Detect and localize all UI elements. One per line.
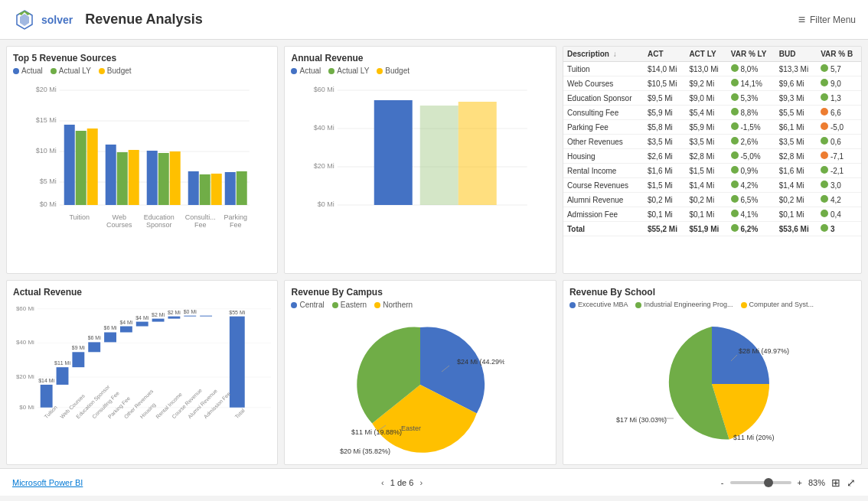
svg-text:Courses: Courses <box>106 221 132 229</box>
waterfall-chart: $60 Mi $40 Mi $20 Mi $0 Mi $14 Mi $11 Mi… <box>13 301 271 461</box>
svg-text:Consulti...: Consulti... <box>185 213 216 221</box>
school-legend: Excecutive MBA Industrial Engineering Pr… <box>569 301 855 308</box>
cell-var-ly: -5,0% <box>727 149 775 164</box>
cell-desc: Tuition <box>563 62 644 76</box>
col-bud[interactable]: BUD <box>775 47 817 62</box>
svg-rect-19 <box>147 151 158 205</box>
cell-bud: $6,1 Mi <box>775 120 817 135</box>
cell-desc: Course Revenues <box>563 178 644 193</box>
cell-act-ly: $0,1 Mi <box>685 207 726 222</box>
svg-text:$40 Mi: $40 Mi <box>16 339 34 346</box>
svg-rect-46 <box>458 102 497 205</box>
col-act-ly[interactable]: ACT LY <box>685 47 726 62</box>
cell-var-ly: 4,2% <box>727 178 775 193</box>
school-pie-container: $28 Mi (49.97%) $17 Mi (30.03%) $11 Mi (… <box>569 311 855 457</box>
svg-rect-69 <box>152 319 165 322</box>
powerbi-link[interactable]: Microsoft Power BI <box>12 478 83 487</box>
cell-var-ly: 6,2% <box>727 222 775 236</box>
svg-text:$0 Mi: $0 Mi <box>19 404 34 411</box>
cell-act-ly: $5,9 Mi <box>685 120 726 135</box>
top5-title: Top 5 Revenue Sources <box>13 53 271 63</box>
table-row: Alumni Revenue $0,2 Mi $0,2 Mi 6,5% $0,2… <box>563 193 861 207</box>
cell-desc: Other Revenues <box>563 135 644 149</box>
col-var-ly[interactable]: VAR % LY <box>727 47 775 62</box>
expand-icon[interactable]: ⤢ <box>847 477 856 489</box>
svg-text:$11 Mi: $11 Mi <box>54 360 70 366</box>
cell-act: $5,9 Mi <box>644 106 685 120</box>
legend-actual-annual: Actual <box>291 67 321 75</box>
svg-rect-75 <box>200 316 212 317</box>
table-row: Parking Fee $5,8 Mi $5,9 Mi -1,5% $6,1 M… <box>563 120 861 135</box>
cell-desc: Consulting Fee <box>563 106 644 120</box>
cell-act: $1,6 Mi <box>644 164 685 178</box>
cell-var-b: 4,2 <box>817 193 861 207</box>
annual-chart: $60 Mi $40 Mi $20 Mi $0 Mi <box>291 78 549 246</box>
cell-act-ly: $9,2 Mi <box>685 76 726 91</box>
top-row: Top 5 Revenue Sources Actual Actual LY B… <box>0 40 868 277</box>
prev-page-button[interactable]: ‹ <box>381 478 384 487</box>
svg-rect-22 <box>188 171 199 205</box>
cell-desc: Housing <box>563 149 644 164</box>
svg-text:$24 Mi (44.29%): $24 Mi (44.29%) <box>457 358 504 366</box>
svg-text:$0 Mi: $0 Mi <box>184 309 197 314</box>
table-row: Tuition $14,0 Mi $13,0 Mi 8,0% $13,3 Mi … <box>563 62 861 76</box>
cell-var-ly: 2,6% <box>727 135 775 149</box>
svg-text:$20 Mi: $20 Mi <box>16 373 34 380</box>
cell-bud: $1,6 Mi <box>775 164 817 178</box>
cell-bud: $9,6 Mi <box>775 76 817 91</box>
col-description[interactable]: Description ↓ <box>563 47 644 62</box>
svg-text:Easter: Easter <box>401 425 421 432</box>
svg-rect-55 <box>41 385 53 408</box>
legend-engineering: Industrial Engineering Prog... <box>635 301 733 308</box>
legend-eastern: Eastern <box>332 301 367 309</box>
table-panel: Description ↓ ACT ACT LY VAR % LY BUD VA… <box>563 46 862 274</box>
cell-bud: $3,5 Mi <box>775 135 817 149</box>
filter-menu-button[interactable]: ≡ Filter Menu <box>798 13 856 27</box>
svg-rect-13 <box>64 125 75 205</box>
cell-act-ly: $1,5 Mi <box>685 164 726 178</box>
cell-act-ly: $13,0 Mi <box>685 62 726 76</box>
zoom-out-button[interactable]: - <box>721 478 724 487</box>
top5-panel: Top 5 Revenue Sources Actual Actual LY B… <box>6 46 278 274</box>
school-pie-chart: $28 Mi (49.97%) $17 Mi (30.03%) $11 Mi (… <box>605 311 819 457</box>
svg-text:$9 Mi: $9 Mi <box>72 345 85 350</box>
svg-rect-26 <box>237 171 247 205</box>
table-row: Course Revenues $1,5 Mi $1,4 Mi 4,2% $1,… <box>563 178 861 193</box>
svg-text:$10 Mi: $10 Mi <box>36 147 57 155</box>
svg-rect-14 <box>76 131 86 205</box>
zoom-in-button[interactable]: + <box>798 478 802 487</box>
page-title: Revenue Analysis <box>85 11 202 28</box>
svg-text:Parking: Parking <box>224 213 247 221</box>
cell-act-ly: $9,0 Mi <box>685 91 726 106</box>
svg-text:$28 Mi (49.97%): $28 Mi (49.97%) <box>739 347 789 355</box>
legend-mba: Excecutive MBA <box>569 301 628 308</box>
cell-var-ly: 14,1% <box>727 76 775 91</box>
legend-northern: Northern <box>374 301 413 309</box>
cell-var-ly: 0,9% <box>727 164 775 178</box>
zoom-slider[interactable] <box>730 481 791 484</box>
svg-text:Sponsor: Sponsor <box>146 221 172 229</box>
fullscreen-icon[interactable]: ⊞ <box>831 477 840 489</box>
cell-desc: Education Sponsor <box>563 91 644 106</box>
svg-text:Other Revenues: Other Revenues <box>123 388 155 419</box>
table-header-row: Description ↓ ACT ACT LY VAR % LY BUD VA… <box>563 47 861 62</box>
svg-marker-1 <box>20 14 29 26</box>
cell-act-ly: $1,4 Mi <box>685 178 726 193</box>
next-page-button[interactable]: › <box>419 478 423 487</box>
school-title: Revenue By School <box>569 287 855 298</box>
svg-rect-71 <box>168 317 180 319</box>
cell-var-ly: -1,5% <box>727 120 775 135</box>
table-row: Total $55,2 Mi $51,9 Mi 6,2% $53,6 Mi 3 <box>563 222 861 236</box>
cell-act-ly: $2,8 Mi <box>685 149 726 164</box>
page-navigation: ‹ 1 de 6 › <box>381 478 423 487</box>
svg-rect-16 <box>106 145 116 205</box>
cell-var-b: 6,6 <box>817 106 861 120</box>
svg-rect-59 <box>72 352 84 367</box>
svg-rect-67 <box>136 322 148 327</box>
col-act[interactable]: ACT <box>644 47 685 62</box>
cell-var-b: 5,7 <box>817 62 861 76</box>
cell-var-b: -2,1 <box>817 164 861 178</box>
top5-chart: $20 Mi $15 Mi $10 Mi $5 Mi $0 Mi <box>13 78 271 246</box>
col-var-b[interactable]: VAR % B <box>817 47 861 62</box>
legend-central: Central <box>291 301 324 309</box>
